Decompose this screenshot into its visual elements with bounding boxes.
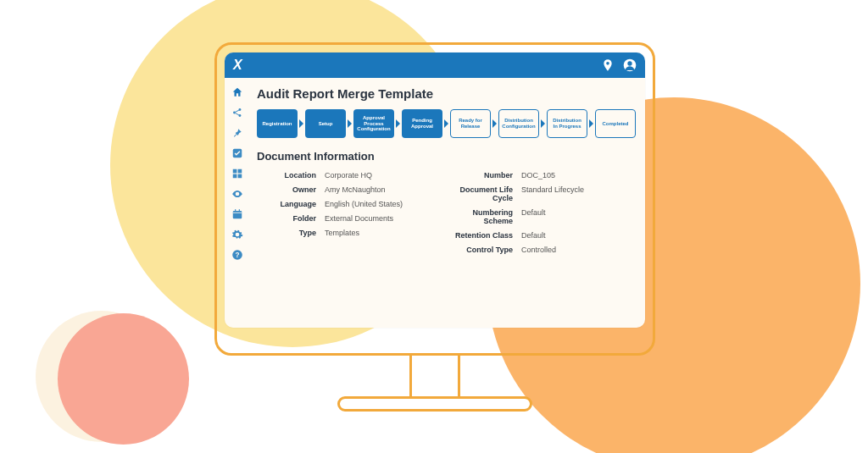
title-bar: X xyxy=(225,52,645,78)
info-value: External Documents xyxy=(325,214,437,223)
workflow-steps: RegistrationSetupApproval Process Config… xyxy=(257,109,633,138)
info-label: Document Life Cycle xyxy=(453,185,521,202)
content-area: Audit Report Merge Template Registration… xyxy=(250,78,645,328)
pin-icon[interactable] xyxy=(231,127,243,139)
check-icon[interactable] xyxy=(231,147,243,159)
info-column-left: LocationCorporate HQOwnerAmy McNaughtonL… xyxy=(257,171,437,260)
eye-icon[interactable] xyxy=(231,188,243,200)
monitor-stand-neck xyxy=(409,356,460,398)
app-logo: X xyxy=(233,58,242,73)
info-value: Controlled xyxy=(521,246,633,254)
workflow-step[interactable]: Ready for Release xyxy=(450,109,491,138)
info-label: Retention Class xyxy=(453,231,521,240)
info-label: Numbering Scheme xyxy=(453,208,521,225)
info-value: Default xyxy=(521,208,633,225)
info-row: Control TypeControlled xyxy=(453,246,633,254)
info-row: TypeTemplates xyxy=(257,229,437,237)
info-row: LanguageEnglish (United States) xyxy=(257,200,437,208)
chevron-right-icon xyxy=(299,119,303,128)
workflow-step[interactable]: Distribution In Progress xyxy=(547,109,587,138)
help-icon[interactable]: ? xyxy=(231,249,243,261)
info-value: Templates xyxy=(325,229,437,237)
svg-rect-6 xyxy=(233,169,237,174)
app-body: ? Audit Report Merge Template Registrati… xyxy=(225,78,645,328)
svg-rect-15 xyxy=(239,209,240,212)
monitor-stand-base xyxy=(337,396,532,412)
info-row: LocationCorporate HQ xyxy=(257,171,437,180)
settings-icon[interactable] xyxy=(231,229,243,240)
calendar-icon[interactable] xyxy=(231,208,243,220)
info-column-right: NumberDOC_105Document Life CycleStandard… xyxy=(453,171,633,260)
chevron-right-icon xyxy=(396,119,400,128)
info-label: Folder xyxy=(257,214,325,223)
workflow-step[interactable]: Pending Approval xyxy=(402,109,442,138)
monitor-frame: X ? xyxy=(214,42,655,356)
chevron-right-icon xyxy=(444,119,448,128)
info-value: Default xyxy=(521,231,633,240)
dashboard-icon[interactable] xyxy=(231,168,243,180)
svg-rect-8 xyxy=(233,174,237,179)
document-info-grid: LocationCorporate HQOwnerAmy McNaughtonL… xyxy=(257,171,633,260)
info-value: Corporate HQ xyxy=(325,171,437,180)
chevron-right-icon xyxy=(589,119,593,128)
info-label: Control Type xyxy=(453,246,521,254)
svg-rect-14 xyxy=(235,209,236,212)
svg-point-1 xyxy=(627,61,632,65)
svg-rect-9 xyxy=(238,174,242,179)
info-label: Location xyxy=(257,171,325,180)
user-account-icon[interactable] xyxy=(623,58,637,72)
workflow-step[interactable]: Registration xyxy=(257,109,298,138)
svg-text:?: ? xyxy=(236,251,240,259)
workflow-step[interactable]: Distribution Configuration xyxy=(498,109,539,138)
info-value: DOC_105 xyxy=(521,171,633,180)
svg-point-10 xyxy=(236,193,238,195)
info-value: Standard Lifecycle xyxy=(521,185,633,202)
info-row: Numbering SchemeDefault xyxy=(453,208,633,225)
bg-circle-pink xyxy=(58,313,189,445)
workflow-step[interactable]: Setup xyxy=(305,109,346,138)
info-value: Amy McNaughton xyxy=(325,185,437,194)
info-label: Language xyxy=(257,200,325,208)
sidebar: ? xyxy=(225,78,250,328)
app-window: X ? xyxy=(225,52,645,328)
workflow-step[interactable]: Approval Process Configuration xyxy=(353,109,394,138)
chevron-right-icon xyxy=(492,119,497,128)
home-icon[interactable] xyxy=(231,86,243,98)
info-label: Type xyxy=(257,229,325,237)
info-label: Owner xyxy=(257,185,325,194)
section-title-document-information: Document Information xyxy=(257,150,633,163)
info-row: Document Life CycleStandard Lifecycle xyxy=(453,185,633,202)
info-row: FolderExternal Documents xyxy=(257,214,437,223)
chevron-right-icon xyxy=(348,119,352,128)
share-icon[interactable] xyxy=(231,107,243,119)
chevron-right-icon xyxy=(541,119,545,128)
page-title: Audit Report Merge Template xyxy=(257,86,633,101)
location-pin-icon[interactable] xyxy=(601,58,615,72)
info-row: Retention ClassDefault xyxy=(453,231,633,240)
info-row: NumberDOC_105 xyxy=(453,171,633,180)
info-label: Number xyxy=(453,171,521,180)
workflow-step[interactable]: Completed xyxy=(595,109,636,138)
info-row: OwnerAmy McNaughton xyxy=(257,185,437,194)
info-value: English (United States) xyxy=(325,200,437,208)
svg-rect-7 xyxy=(238,169,242,174)
